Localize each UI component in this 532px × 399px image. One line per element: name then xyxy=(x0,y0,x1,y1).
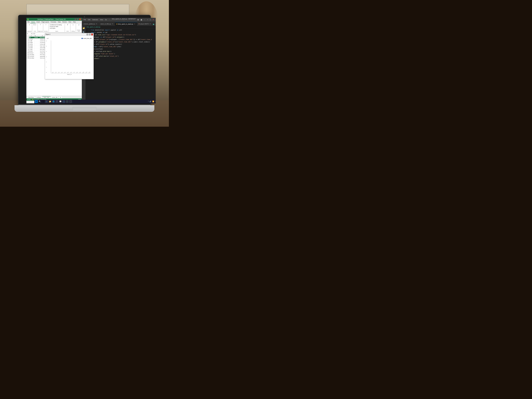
code-editor[interactable]: 1 2 3 4 5 6 7 8 9 10 11 xyxy=(86,28,156,100)
battery-icon[interactable]: 🔋 xyxy=(155,101,156,102)
vscode-taskbar-icon[interactable]: { } xyxy=(62,100,65,103)
sheet-tabs: objectData Lookups stack_data scene_dat … xyxy=(26,96,82,98)
laptop: 🟢 AutoSave | ChallengeStack... | Grant H… xyxy=(12,15,157,115)
sheet-tab-scenedat[interactable]: scene_dat xyxy=(51,96,59,98)
minimize-icon[interactable]: ─ xyxy=(146,19,149,21)
tab-label: column_splitter.py xyxy=(83,23,95,25)
network-icon[interactable]: 📶 xyxy=(152,101,154,102)
sidebar-toggle-icon[interactable]: ▣ xyxy=(140,19,143,21)
tab-review[interactable]: Review xyxy=(62,21,68,23)
sheet-tab-add[interactable]: ⊕ xyxy=(59,96,62,98)
tab-label: stack_id_filler.py xyxy=(100,23,111,25)
font-label: Font xyxy=(34,31,36,32)
vscode-titlebar-icons: ⊞ ▣ ··· ─ □ ✕ xyxy=(137,19,155,21)
code-line-9: print(shifted) xyxy=(90,48,156,50)
tab-stack-id-filler[interactable]: stack_id_filler.py ✕ xyxy=(99,22,115,26)
bar-5: 5.0 xyxy=(67,72,69,73)
analyze-button[interactable]: 📊 xyxy=(78,24,80,25)
sheet-tab-lookups[interactable]: Lookups xyxy=(35,96,42,98)
number-group: # Number xyxy=(43,24,49,32)
tab-view[interactable]: View xyxy=(68,21,72,23)
code-line-4: for player in df["player_id"].unique(): xyxy=(90,36,156,38)
breadcrumb: time_spent_in_stack.py xyxy=(86,26,156,28)
restore-icon[interactable]: □ xyxy=(149,19,152,21)
touchpad[interactable] xyxy=(73,107,96,111)
format-as-table-button[interactable]: Format as Table xyxy=(50,26,64,27)
spotify-icon[interactable]: ♪ xyxy=(69,100,72,103)
run-button[interactable]: ▶ xyxy=(152,23,155,26)
tab-time-spent[interactable]: time_spent_in_stack.py ✕ xyxy=(115,22,137,26)
menu-go[interactable]: Go xyxy=(104,19,108,21)
chart-close[interactable]: ✕ xyxy=(91,33,93,35)
code-line-5: df.loc[df["player_id"]==player, ["event_… xyxy=(90,38,156,41)
sheet-tab-objectdata[interactable]: objectData xyxy=(27,96,35,98)
task-view-icon[interactable]: ❑ xyxy=(42,100,44,103)
chart-window: Figure 2 ─ □ ✕ 1e6 event_time_dbl 0 xyxy=(45,33,94,79)
sheet-tab-stackdata[interactable]: stack_data xyxy=(42,96,51,98)
tab-file[interactable]: File xyxy=(27,21,30,23)
tab-close-icon[interactable]: ✕ xyxy=(134,23,135,25)
fx-label: fx xyxy=(32,33,32,34)
notification-icon[interactable]: ^ xyxy=(148,101,149,102)
explorer-icon[interactable]: 📁 xyxy=(82,26,85,30)
tab-close-icon[interactable]: ✕ xyxy=(150,23,151,25)
cells-button[interactable]: ⊞ xyxy=(67,24,69,25)
file-explorer-icon[interactable]: 📁 xyxy=(49,100,51,103)
conditional-formatting-button[interactable]: Conditional Formatting xyxy=(50,24,64,26)
chrome-icon[interactable]: 🌐 xyxy=(52,100,55,103)
editing-group: ∑ Editing xyxy=(70,24,76,32)
edge-icon[interactable]: e xyxy=(45,100,48,103)
volume-icon[interactable]: 🔊 xyxy=(150,101,152,102)
alignment-button[interactable]: ≡ xyxy=(40,24,41,25)
minimize-button[interactable]: ─ xyxy=(74,18,76,20)
tab-data[interactable]: Data xyxy=(57,21,62,23)
ribbon-groups: 📋 Clipboard B I U Font ≡ xyxy=(27,24,82,32)
teams-icon[interactable]: T xyxy=(55,100,58,103)
menu-file[interactable]: File xyxy=(83,19,87,21)
chart-maximize[interactable]: □ xyxy=(89,33,91,35)
search-taskbar-icon[interactable]: 🔍 xyxy=(38,100,41,103)
excel-title: AutoSave | ChallengeStack... | Grant Hun… xyxy=(29,19,74,20)
legend-color-swatch xyxy=(81,38,83,39)
bar-8: 8.0 xyxy=(76,72,78,73)
tab-help[interactable]: Help xyxy=(72,21,76,23)
chart-legend: event_time_dbl xyxy=(81,38,92,39)
menu-more[interactable]: ··· xyxy=(108,19,111,21)
chart-minimize[interactable]: ─ xyxy=(86,33,88,35)
font-button[interactable]: B I U xyxy=(33,24,37,25)
maximize-button[interactable]: □ xyxy=(77,18,79,20)
code-line-14 xyxy=(90,60,156,62)
cell-styles-button[interactable]: Cell Styles xyxy=(50,27,64,29)
tab-column-splitter[interactable]: column_splitter.py ✕ xyxy=(82,22,99,26)
tab-player[interactable]: player-66070 ✕ xyxy=(137,22,152,26)
cell-reference: I7 xyxy=(27,33,31,34)
close-icon[interactable]: ✕ xyxy=(152,19,155,21)
tab-insert[interactable]: Insert xyxy=(36,21,41,23)
menu-view[interactable]: View xyxy=(99,19,104,21)
tab-close-icon[interactable]: ✕ xyxy=(112,23,113,25)
bar-9: 9.0 xyxy=(79,72,81,73)
tab-formulas[interactable]: Formulas xyxy=(50,21,57,23)
paste-button[interactable]: 📋 xyxy=(28,24,30,25)
start-button[interactable]: ⊞ xyxy=(35,100,38,103)
number-button[interactable]: # xyxy=(45,24,47,25)
close-button[interactable]: ✕ xyxy=(79,18,81,20)
vscode-titlebar: File Edit Selection View Go ··· time_spe… xyxy=(82,18,156,21)
tab-pagelayout[interactable]: Page Layout xyxy=(41,21,50,23)
code-line-3: df = pd.read_csv("logs-cleaned-stack-id-… xyxy=(90,34,156,36)
breadcrumb-file: time_spent_in_stack.py xyxy=(87,26,100,28)
discord-icon[interactable]: 💬 xyxy=(59,100,62,103)
menu-edit[interactable]: Edit xyxy=(87,19,91,21)
tab-label: time_spent_in_stack.py xyxy=(118,23,133,25)
taskbar: ⊞ 🔍 ❑ e 📁 🌐 T 💬 { } X ♪ ^ 🔊 📶 🔋 9:07 PM xyxy=(34,100,156,103)
editing-button[interactable]: ∑ xyxy=(72,24,74,25)
status-ready: Ready xyxy=(27,99,31,100)
tab-home[interactable]: Home xyxy=(31,21,36,23)
tab-close-icon[interactable]: ✕ xyxy=(96,23,97,25)
font-group: B I U Font xyxy=(32,24,38,32)
more-actions-icon[interactable]: ··· xyxy=(143,19,146,21)
excel-taskbar-icon[interactable]: X xyxy=(66,100,69,103)
chart-x-label: stack_id xyxy=(67,74,71,75)
split-editor-icon[interactable]: ⊞ xyxy=(137,19,139,21)
menu-selection[interactable]: Selection xyxy=(91,19,99,21)
